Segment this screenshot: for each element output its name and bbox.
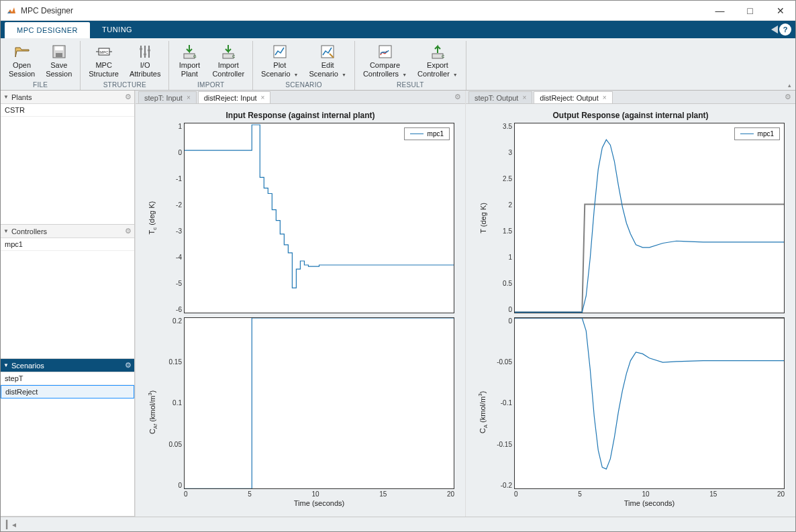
tab-tuning[interactable]: TUNING — [90, 21, 144, 38]
list-item[interactable]: mpc1 — [1, 238, 134, 251]
collapse-toolstrip-icon[interactable]: ▴ — [788, 82, 791, 89]
group-label-result: RESULT — [358, 79, 463, 90]
panel-header-controllers[interactable]: ▼ Controllers ⚙ — [1, 225, 134, 238]
chart-pane-input: stepT: Input× distReject: Input× ⚙ Input… — [135, 91, 465, 517]
axes[interactable] — [184, 317, 454, 489]
panel-header-plants[interactable]: ▼ Plants ⚙ — [1, 91, 134, 104]
close-icon[interactable]: × — [187, 94, 191, 101]
matlab-logo-icon — [6, 5, 17, 16]
axes[interactable]: mpc1 — [514, 123, 785, 313]
close-icon[interactable]: × — [261, 94, 265, 101]
back-arrow-icon[interactable]: ▎◂ — [6, 520, 16, 529]
svg-point-5 — [140, 48, 142, 50]
list-item[interactable]: stepT — [1, 372, 134, 385]
floppy-save-icon — [51, 44, 67, 60]
doc-tabs-input: stepT: Input× distReject: Input× ⚙ — [136, 91, 465, 104]
close-icon[interactable]: × — [603, 94, 607, 101]
gear-icon[interactable]: ⚙ — [125, 93, 132, 101]
y-ticks: 3.532.521.510.50 — [490, 123, 514, 313]
help-button[interactable]: ? — [779, 23, 791, 36]
svg-text:C: C — [232, 54, 236, 58]
export-icon: C — [430, 44, 446, 60]
panel-title: Controllers — [11, 227, 47, 235]
panel-plants: ▼ Plants ⚙ CSTR — [1, 91, 134, 225]
list-item[interactable]: CSTR — [1, 104, 134, 117]
group-label-file: FILE — [3, 79, 77, 90]
x-axis-label: Time (seconds) — [160, 498, 454, 507]
save-session-button[interactable]: Save Session — [42, 42, 76, 79]
subplot: T (deg K)3.532.521.510.50mpc1 — [477, 123, 785, 313]
list-item[interactable]: distReject — [1, 385, 134, 398]
doc-tab[interactable]: stepT: Output× — [468, 91, 532, 103]
svg-text:MPC: MPC — [99, 50, 109, 54]
y-ticks: 10-1-2-3-4-5-6 — [160, 123, 184, 313]
group-structure: MPC MPC Structure I/O Attributes STRUCTU… — [81, 41, 169, 90]
gear-icon[interactable]: ⚙ — [454, 93, 461, 101]
dropdown-icon: ▼ — [294, 72, 299, 77]
folder-open-icon — [14, 44, 30, 60]
legend[interactable]: mpc1 — [404, 127, 450, 140]
group-label-import: IMPORT — [172, 79, 250, 90]
tab-mpc-designer[interactable]: MPC DESIGNER — [5, 22, 90, 38]
app-tabstrip: MPC DESIGNER TUNING ? — [1, 21, 795, 38]
dropdown-icon: ▼ — [342, 72, 346, 77]
collapse-icon: ▼ — [3, 228, 9, 234]
import-plant-button[interactable]: G Import Plant — [173, 42, 205, 79]
doc-tab[interactable]: stepT: Input× — [138, 91, 197, 103]
group-result: Compare Controllers ▼ C Export Controlle… — [355, 41, 466, 90]
legend[interactable]: mpc1 — [734, 127, 780, 140]
collapse-icon: ▼ — [3, 94, 9, 100]
chart-title: Input Response (against internal plant) — [146, 111, 454, 120]
gear-icon[interactable]: ⚙ — [125, 227, 132, 235]
chart-title: Output Response (against internal plant) — [477, 111, 785, 120]
io-attributes-button[interactable]: I/O Attributes — [126, 42, 164, 79]
doc-tab[interactable]: distReject: Input× — [198, 91, 271, 103]
compare-controllers-button[interactable]: Compare Controllers ▼ — [359, 42, 411, 79]
maximize-button[interactable]: □ — [735, 1, 765, 20]
mpc-block-icon: MPC — [96, 44, 112, 60]
mpc-structure-button[interactable]: MPC MPC Structure — [85, 42, 123, 79]
gear-icon[interactable]: ⚙ — [785, 93, 791, 101]
axes[interactable]: mpc1 — [184, 123, 454, 313]
statusbar: ▎◂ — [1, 517, 795, 531]
panel-title: Scenarios — [11, 362, 44, 370]
edit-scenario-button[interactable]: Edit Scenario ▼ — [305, 42, 350, 79]
panel-header-scenarios[interactable]: ▼ Scenarios ⚙ — [1, 359, 134, 372]
main-area: ▼ Plants ⚙ CSTR ▼ Controllers ⚙ mpc1 ▼ S… — [1, 91, 795, 517]
compare-icon — [377, 44, 393, 60]
group-label-scenario: SCENARIO — [256, 79, 352, 90]
import-plant-icon: G — [181, 44, 197, 60]
svg-rect-12 — [274, 46, 286, 58]
group-scenario: Plot Scenario ▼ Edit Scenario ▼ SCENARIO — [253, 41, 355, 90]
minimize-button[interactable]: — — [705, 1, 735, 20]
dropdown-icon: ▼ — [402, 72, 407, 77]
toolstrip: Open Session Save Session FILE MPC MPC S… — [1, 38, 795, 91]
export-controller-button[interactable]: C Export Controller ▼ — [413, 42, 462, 79]
dropdown-icon: ▼ — [453, 72, 458, 77]
axes[interactable] — [514, 317, 785, 489]
doc-tabs-output: stepT: Output× distReject: Output× ⚙ — [466, 91, 795, 104]
panel-title: Plants — [11, 93, 32, 101]
gear-icon[interactable]: ⚙ — [125, 361, 132, 370]
edit-plot-icon — [319, 44, 336, 60]
x-axis-label: Time (seconds) — [490, 498, 785, 507]
svg-point-6 — [144, 53, 146, 56]
subplot: CAf (kmol/m3)0.20.150.10.05005101520Time… — [146, 317, 454, 507]
import-controller-button[interactable]: C Import Controller — [208, 42, 248, 79]
plot-scenario-button[interactable]: Plot Scenario ▼ — [257, 42, 302, 79]
y-axis-label: CA (kmol/m3) — [478, 391, 489, 433]
svg-rect-2 — [56, 53, 62, 57]
doc-tab[interactable]: distReject: Output× — [534, 91, 612, 103]
io-sliders-icon — [137, 44, 153, 60]
help-arrow-icon — [771, 25, 778, 34]
plot-area-output: Output Response (against internal plant)… — [466, 104, 795, 517]
import-controller-icon: C — [220, 44, 236, 60]
close-icon[interactable]: × — [522, 94, 526, 101]
panel-controllers: ▼ Controllers ⚙ mpc1 — [1, 225, 134, 359]
open-session-button[interactable]: Open Session — [5, 42, 39, 79]
window-title: MPC Designer — [21, 6, 705, 15]
close-button[interactable]: ✕ — [765, 1, 795, 20]
panel-body-plants: CSTR — [1, 104, 134, 224]
titlebar: MPC Designer — □ ✕ — [1, 1, 795, 21]
side-panel: ▼ Plants ⚙ CSTR ▼ Controllers ⚙ mpc1 ▼ S… — [1, 91, 135, 517]
